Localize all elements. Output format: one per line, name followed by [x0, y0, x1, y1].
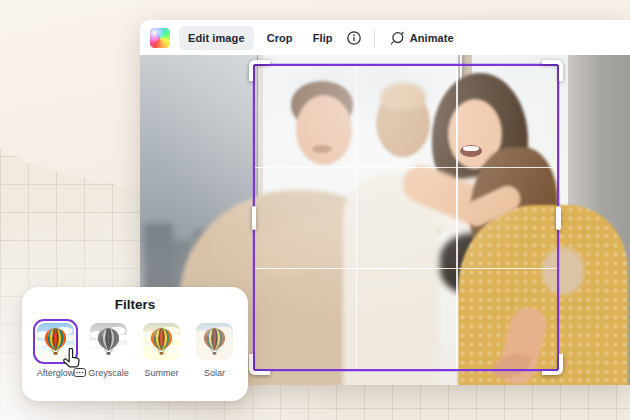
filter-option-solar[interactable]: Solar	[192, 319, 237, 378]
animate-icon	[390, 30, 405, 45]
animate-label: Animate	[410, 32, 454, 44]
flip-button[interactable]: Flip	[304, 26, 342, 50]
filter-thumbnail-frame	[86, 319, 131, 364]
filter-options-row: Afterglow Greyscale Summer Solar	[22, 319, 248, 378]
crop-handle-middle-left[interactable]	[252, 206, 257, 230]
balloon-thumbnail-greyscale	[90, 323, 127, 360]
balloon-thumbnail-solar	[196, 323, 233, 360]
hand-pointer-shape	[64, 348, 79, 367]
filter-thumbnail-frame	[139, 319, 184, 364]
crop-grid-line-horizontal	[255, 167, 557, 168]
editor-screenshot: Edit image Crop Flip Animate	[0, 0, 630, 420]
filters-panel: Filters Afterglow Greyscale Summer	[22, 287, 248, 401]
rainbow-gradient-swatch-icon[interactable]	[150, 28, 170, 48]
hand-pointer-cursor	[60, 348, 88, 382]
info-circle-icon	[346, 30, 362, 46]
crop-handle-top-right[interactable]	[542, 60, 563, 81]
info-icon[interactable]	[342, 26, 366, 50]
filter-thumbnail-frame	[192, 319, 237, 364]
crop-handle-middle-right[interactable]	[556, 206, 561, 230]
edit-image-button[interactable]: Edit image	[179, 26, 254, 50]
crop-grid-line-vertical	[456, 66, 457, 369]
toolbar-divider	[374, 28, 375, 48]
crop-grid-line-vertical	[356, 66, 357, 369]
filter-label: Solar	[204, 368, 225, 378]
filters-panel-title: Filters	[22, 297, 248, 312]
crop-handle-bottom-right[interactable]	[542, 354, 563, 375]
filter-label: Summer	[144, 368, 178, 378]
animate-button[interactable]: Animate	[383, 25, 461, 50]
crop-grid-line-horizontal	[255, 268, 557, 269]
balloon-thumbnail-summer	[143, 323, 180, 360]
context-toolbar: Edit image Crop Flip Animate	[140, 20, 630, 55]
crop-selection-overlay[interactable]	[253, 64, 559, 371]
filter-option-greyscale[interactable]: Greyscale	[86, 319, 131, 378]
filter-label: Greyscale	[88, 368, 129, 378]
crop-handle-bottom-left[interactable]	[249, 354, 270, 375]
crop-button[interactable]: Crop	[258, 26, 302, 50]
crop-handle-top-left[interactable]	[249, 60, 270, 81]
filter-option-summer[interactable]: Summer	[139, 319, 184, 378]
